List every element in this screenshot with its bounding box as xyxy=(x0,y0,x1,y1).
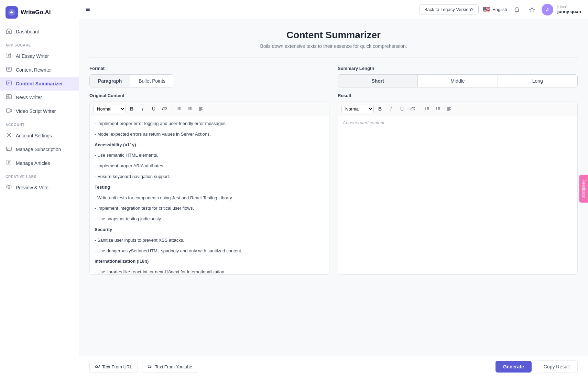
user-info: [User] jonny quan xyxy=(557,5,581,14)
underline-button[interactable]: U xyxy=(149,104,159,114)
copy-result-button[interactable]: Copy Result xyxy=(536,360,578,373)
result-bold-button[interactable]: B xyxy=(375,104,385,114)
svg-rect-3 xyxy=(7,81,11,85)
text-from-url-button[interactable]: Text From URL xyxy=(89,361,138,373)
summary-length-section: Summary Length Short Middle Long xyxy=(338,66,578,87)
sidebar-item-label: Content Summarizer xyxy=(16,81,63,86)
result-underline-button[interactable]: U xyxy=(397,104,407,114)
sidebar-item-label: Account Settings xyxy=(16,133,52,138)
result-content: AI generated content... xyxy=(338,116,577,274)
articles-icon xyxy=(6,160,12,167)
result-italic-button[interactable]: I xyxy=(386,104,396,114)
italic-button[interactable]: I xyxy=(138,104,148,114)
original-content-section: Original Content Normal Heading 1 Headin… xyxy=(89,93,329,275)
original-editor-toolbar: Normal Heading 1 Heading 2 B I U 1.2.3. xyxy=(90,102,329,116)
result-label: Result xyxy=(338,93,578,98)
logo-text: WriteGo.AI xyxy=(21,9,51,16)
link-button[interactable] xyxy=(160,104,170,114)
feedback-tab[interactable]: Feedback xyxy=(579,175,588,202)
video-icon xyxy=(6,108,12,115)
sidebar-item-manage-articles[interactable]: Manage Articles xyxy=(0,156,79,170)
svg-point-27 xyxy=(188,109,189,110)
unordered-list-button[interactable] xyxy=(185,104,195,114)
svg-point-26 xyxy=(188,108,189,109)
format-paragraph-button[interactable]: Paragraph xyxy=(90,75,130,87)
result-editor-toolbar: Normal Heading 1 Heading 2 B I U 1.2.3. xyxy=(338,102,577,116)
sidebar-item-content-summarizer[interactable]: Content Summarizer xyxy=(0,77,79,91)
sidebar-section-creative-labs: CREATIVE LABS xyxy=(0,170,79,181)
legacy-version-button[interactable]: Back to Legacy Version? xyxy=(419,4,479,14)
sidebar-item-video-script-writer[interactable]: Video Script Writer xyxy=(0,104,79,118)
text-from-youtube-button[interactable]: Text From Youtube xyxy=(142,361,198,373)
svg-text:3.: 3. xyxy=(177,109,178,111)
svg-line-19 xyxy=(533,11,534,11)
news-icon xyxy=(6,94,12,101)
sidebar: WriteGo.AI Dashboard APP SQUARE AI Essay… xyxy=(0,0,79,377)
result-section: Result Normal Heading 1 Heading 2 B I U xyxy=(338,93,578,275)
result-unordered-list-button[interactable] xyxy=(433,104,443,114)
preview-icon xyxy=(6,184,12,191)
svg-line-21 xyxy=(530,11,530,11)
svg-text:3.: 3. xyxy=(425,109,426,111)
bold-button[interactable]: B xyxy=(127,104,137,114)
page-content: Content Summarizer Boils down extensive … xyxy=(79,19,588,356)
original-content-label: Original Content xyxy=(89,93,329,98)
sidebar-item-label: AI Essay Writer xyxy=(16,53,49,59)
essay-icon xyxy=(6,53,12,60)
svg-rect-8 xyxy=(7,149,8,150)
summary-middle-button[interactable]: Middle xyxy=(418,75,498,87)
svg-rect-5 xyxy=(7,109,10,112)
format-label: Format xyxy=(89,66,329,71)
menu-button[interactable]: ≡ xyxy=(86,6,90,13)
sidebar-item-content-rewriter[interactable]: Content Rewriter xyxy=(0,63,79,77)
svg-line-18 xyxy=(530,8,530,8)
align-button[interactable] xyxy=(196,104,206,114)
home-icon xyxy=(6,28,12,35)
svg-point-10 xyxy=(8,186,10,188)
generate-button[interactable]: Generate xyxy=(496,361,532,373)
editors-row: Original Content Normal Heading 1 Headin… xyxy=(89,93,578,275)
result-align-button[interactable] xyxy=(444,104,454,114)
svg-point-31 xyxy=(436,107,437,108)
user-name: jonny quan xyxy=(557,9,581,14)
avatar[interactable]: J xyxy=(542,4,553,15)
sidebar-item-ai-essay-writer[interactable]: AI Essay Writer xyxy=(0,49,79,63)
notifications-button[interactable] xyxy=(511,4,522,15)
summary-length-button-group: Short Middle Long xyxy=(338,74,578,87)
sidebar-item-label: Preview & Vote xyxy=(16,185,48,190)
sidebar-item-label: Manage Subscription xyxy=(16,147,61,152)
original-format-select[interactable]: Normal Heading 1 Heading 2 xyxy=(93,105,126,113)
text-from-youtube-label: Text From Youtube xyxy=(155,364,192,369)
original-content-textarea[interactable]: - Implement proper error logging and use… xyxy=(90,116,329,274)
result-format-select[interactable]: Normal Heading 1 Heading 2 xyxy=(341,105,374,113)
ordered-list-button[interactable]: 1.2.3. xyxy=(174,104,184,114)
text-from-url-label: Text From URL xyxy=(102,364,132,369)
summarizer-icon xyxy=(6,80,12,87)
sidebar-item-manage-subscription[interactable]: Manage Subscription xyxy=(0,143,79,156)
result-link-button[interactable] xyxy=(408,104,418,114)
language-selector[interactable]: 🇺🇸 English xyxy=(483,6,507,13)
link-icon xyxy=(95,364,100,370)
svg-rect-7 xyxy=(7,147,11,150)
logo-icon xyxy=(6,6,18,19)
original-content-editor: Normal Heading 1 Heading 2 B I U 1.2.3. xyxy=(89,102,329,275)
page-subtitle: Boils down extensive texts to their esse… xyxy=(89,43,578,49)
flag-icon: 🇺🇸 xyxy=(483,6,490,13)
user-role: [User] xyxy=(557,5,581,9)
logo[interactable]: WriteGo.AI xyxy=(0,0,79,25)
summary-short-button[interactable]: Short xyxy=(338,75,418,87)
divider xyxy=(89,57,578,57)
sidebar-item-account-settings[interactable]: Account Settings xyxy=(0,129,79,143)
result-ordered-list-button[interactable]: 1.2.3. xyxy=(422,104,432,114)
theme-toggle-button[interactable] xyxy=(526,4,537,15)
youtube-link-icon xyxy=(148,364,153,370)
sidebar-item-news-writer[interactable]: News Writer xyxy=(0,91,79,104)
format-bullet-points-button[interactable]: Bullet Points xyxy=(130,75,174,87)
svg-rect-2 xyxy=(7,67,11,71)
sidebar-item-preview-vote[interactable]: Preview & Vote xyxy=(0,181,79,195)
sidebar-item-dashboard[interactable]: Dashboard xyxy=(0,25,79,39)
svg-line-20 xyxy=(533,8,534,8)
svg-point-13 xyxy=(531,8,533,11)
sidebar-item-label: Content Rewriter xyxy=(16,67,52,73)
summary-long-button[interactable]: Long xyxy=(498,75,577,87)
